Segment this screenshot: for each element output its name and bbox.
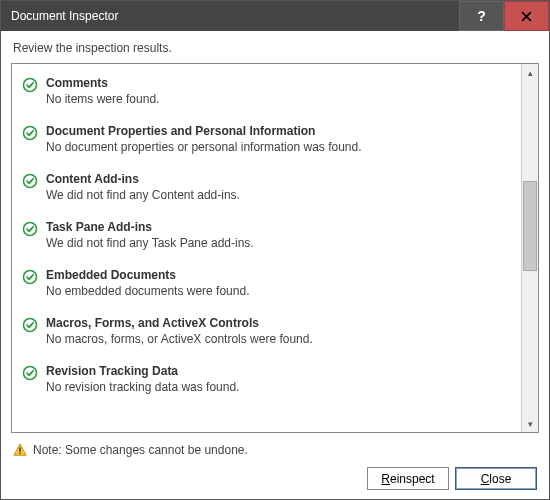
scrollbar-track[interactable] <box>522 81 538 415</box>
close-button[interactable]: Close <box>455 467 537 490</box>
result-text: Embedded DocumentsNo embedded documents … <box>46 268 511 298</box>
result-text: Document Properties and Personal Informa… <box>46 124 511 154</box>
scroll-down-arrow-icon[interactable]: ▾ <box>522 415 538 432</box>
result-title: Task Pane Add-ins <box>46 220 511 234</box>
result-item: CommentsNo items were found. <box>12 68 521 116</box>
checkmark-icon <box>22 172 46 202</box>
checkmark-icon <box>22 76 46 106</box>
checkmark-icon <box>22 124 46 154</box>
note-row: Note: Some changes cannot be undone. <box>13 443 537 457</box>
window-title: Document Inspector <box>11 9 459 23</box>
subheader-text: Review the inspection results. <box>1 31 549 63</box>
result-item: Content Add-insWe did not find any Conte… <box>12 164 521 212</box>
scrollbar-thumb[interactable] <box>523 181 537 271</box>
result-title: Embedded Documents <box>46 268 511 282</box>
titlebar: Document Inspector ? <box>1 1 549 31</box>
result-item: Macros, Forms, and ActiveX ControlsNo ma… <box>12 308 521 356</box>
result-text: Task Pane Add-insWe did not find any Tas… <box>46 220 511 250</box>
result-title: Content Add-ins <box>46 172 511 186</box>
note-text: Note: Some changes cannot be undone. <box>33 443 248 457</box>
result-item: Embedded DocumentsNo embedded documents … <box>12 260 521 308</box>
result-text: Revision Tracking DataNo revision tracki… <box>46 364 511 394</box>
footer: Note: Some changes cannot be undone. Rei… <box>1 433 549 500</box>
result-desc: No document properties or personal infor… <box>46 140 511 154</box>
result-desc: No items were found. <box>46 92 511 106</box>
result-desc: We did not find any Content add-ins. <box>46 188 511 202</box>
result-text: Content Add-insWe did not find any Conte… <box>46 172 511 202</box>
svg-rect-11 <box>19 453 20 454</box>
reinspect-button[interactable]: Reinspect <box>367 467 449 490</box>
result-title: Document Properties and Personal Informa… <box>46 124 511 138</box>
result-desc: No embedded documents were found. <box>46 284 511 298</box>
result-item: Task Pane Add-insWe did not find any Tas… <box>12 212 521 260</box>
checkmark-icon <box>22 364 46 394</box>
checkmark-icon <box>22 268 46 298</box>
result-title: Revision Tracking Data <box>46 364 511 378</box>
result-desc: We did not find any Task Pane add-ins. <box>46 236 511 250</box>
result-item: Revision Tracking DataNo revision tracki… <box>12 356 521 404</box>
close-window-button[interactable] <box>504 1 549 31</box>
close-icon <box>521 11 532 22</box>
scroll-up-arrow-icon[interactable]: ▴ <box>522 64 538 81</box>
warning-icon <box>13 443 27 457</box>
result-desc: No macros, forms, or ActiveX controls we… <box>46 332 511 346</box>
results-list: CommentsNo items were found.Document Pro… <box>12 64 521 432</box>
scrollbar[interactable]: ▴ ▾ <box>521 64 538 432</box>
button-row: Reinspect Close <box>13 467 537 500</box>
result-title: Macros, Forms, and ActiveX Controls <box>46 316 511 330</box>
help-button[interactable]: ? <box>459 1 504 31</box>
results-panel: CommentsNo items were found.Document Pro… <box>11 63 539 433</box>
result-desc: No revision tracking data was found. <box>46 380 511 394</box>
result-item: Document Properties and Personal Informa… <box>12 116 521 164</box>
svg-rect-10 <box>19 447 20 451</box>
result-title: Comments <box>46 76 511 90</box>
result-text: Macros, Forms, and ActiveX ControlsNo ma… <box>46 316 511 346</box>
checkmark-icon <box>22 316 46 346</box>
checkmark-icon <box>22 220 46 250</box>
result-text: CommentsNo items were found. <box>46 76 511 106</box>
